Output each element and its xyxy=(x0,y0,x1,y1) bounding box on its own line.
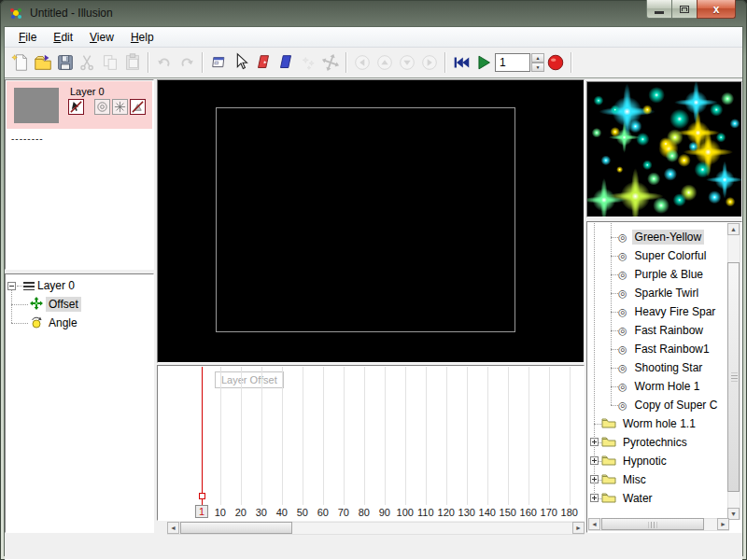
effect-item[interactable]: ◎Purple & Blue xyxy=(618,266,706,283)
frame-spin-up-button[interactable]: ▲ xyxy=(531,53,544,63)
tree-guide xyxy=(611,237,618,238)
effect-item[interactable]: ◎Fast Rainbow xyxy=(618,322,706,339)
tree-guide xyxy=(611,223,612,405)
effect-item[interactable]: ◎Heavy Fire Spar xyxy=(618,303,718,320)
effect-item-label: Fast Rainbow1 xyxy=(632,342,712,357)
timeline-gridline xyxy=(261,367,262,505)
menu-view[interactable]: View xyxy=(81,28,122,47)
nav-up-icon xyxy=(374,52,395,73)
emitter-red-button[interactable] xyxy=(252,51,275,74)
scroll-up-button[interactable]: ▲ xyxy=(727,223,740,235)
nav-left-button[interactable] xyxy=(351,51,374,74)
timeline-gridline xyxy=(323,367,324,505)
props-tree-item-angle[interactable]: Angle xyxy=(30,315,80,331)
scroll-left-button[interactable]: ◄ xyxy=(588,518,600,530)
effect-item[interactable]: ◎Copy of Super C xyxy=(618,397,720,413)
emitter-blue-button[interactable] xyxy=(275,51,297,74)
effect-folder[interactable]: Pyrotechnics xyxy=(601,434,690,451)
layer-target-button[interactable] xyxy=(94,99,110,115)
undo-button[interactable] xyxy=(153,51,176,74)
cut-button[interactable] xyxy=(77,51,99,74)
ruler-tick-80: 80 xyxy=(359,507,370,518)
timeline-gridline xyxy=(467,367,468,505)
folder-icon xyxy=(601,491,616,506)
menu-help[interactable]: Help xyxy=(122,28,162,47)
folder-icon xyxy=(601,454,616,469)
effect-folder[interactable]: Misc xyxy=(601,471,649,488)
timeline-scrollbar[interactable]: ◄► xyxy=(167,522,585,535)
open-button[interactable] xyxy=(32,51,54,74)
props-tree-root[interactable]: Layer 0 xyxy=(6,277,78,294)
save-button[interactable] xyxy=(54,51,77,74)
tree-guide xyxy=(594,424,601,425)
redo-icon xyxy=(176,52,197,73)
props-tree-item-offset[interactable]: Offset xyxy=(30,296,81,313)
title-bar[interactable]: Untitled - Illusion x xyxy=(0,0,747,26)
expand-box-icon[interactable] xyxy=(590,494,599,502)
sparkle-tool-button[interactable] xyxy=(297,51,319,74)
redo-button[interactable] xyxy=(176,51,198,74)
timeline-ruler[interactable]: 1102030405060708090100110120130140150160… xyxy=(159,505,585,521)
timeline-track-area[interactable]: Layer Offset xyxy=(159,367,585,505)
play-button[interactable] xyxy=(472,51,495,74)
paste-button[interactable] xyxy=(121,51,144,74)
effect-item[interactable]: ◎Worm Hole 1 xyxy=(618,378,702,395)
effect-folder[interactable]: Water xyxy=(601,490,655,507)
effect-item[interactable]: ◎Shooting Star xyxy=(618,359,705,376)
expand-box-icon[interactable] xyxy=(590,475,599,483)
minimize-button[interactable] xyxy=(646,0,672,19)
scroll-thumb-grip xyxy=(649,522,657,528)
nav-right-button[interactable] xyxy=(418,51,441,74)
effects-tree: ◎Green-Yellow◎Super Colorful◎Purple & Bl… xyxy=(588,223,729,520)
scroll-thumb[interactable] xyxy=(180,522,292,534)
layer-sparkle-button[interactable] xyxy=(112,99,128,115)
tree-guide xyxy=(611,256,618,257)
rewind-button[interactable] xyxy=(450,51,472,74)
scroll-right-button[interactable]: ► xyxy=(572,522,585,534)
expand-box-icon[interactable] xyxy=(590,456,599,465)
scroll-right-button[interactable]: ► xyxy=(717,518,729,530)
menu-edit[interactable]: Edit xyxy=(45,28,81,47)
toolbar-separator xyxy=(148,52,149,73)
effects-horizontal-scrollbar[interactable]: ◄► xyxy=(588,518,729,531)
maximize-button[interactable] xyxy=(671,0,698,19)
effects-vertical-scrollbar[interactable]: ▲▼ xyxy=(727,223,740,520)
effect-item[interactable]: ◎Green-Yellow xyxy=(618,229,704,245)
frame-spin-down-button[interactable]: ▼ xyxy=(531,63,544,72)
layer-render-off-button[interactable] xyxy=(130,99,146,115)
copy-button[interactable] xyxy=(99,51,121,74)
scroll-thumb[interactable] xyxy=(601,518,704,530)
nav-down-button[interactable] xyxy=(396,51,418,74)
timeline-gridline xyxy=(508,367,509,505)
playhead-handle[interactable] xyxy=(199,493,205,499)
nav-up-button[interactable] xyxy=(374,51,396,74)
layer-select-off-button[interactable] xyxy=(68,99,84,115)
effect-item[interactable]: ◎Super Colorful xyxy=(618,247,709,264)
menu-file[interactable]: File xyxy=(10,28,45,47)
minimize-icon xyxy=(655,11,664,14)
scroll-thumb[interactable] xyxy=(727,262,740,492)
properties-button[interactable] xyxy=(207,51,230,74)
close-icon: x xyxy=(713,3,720,16)
effect-icon: ◎ xyxy=(618,231,627,244)
scroll-left-button[interactable]: ◄ xyxy=(167,522,179,534)
record-button[interactable] xyxy=(544,51,567,74)
layers-panel: Layer 0 -------- xyxy=(5,79,154,270)
move-tool-button[interactable] xyxy=(319,51,342,74)
effect-folder[interactable]: Hypnotic xyxy=(601,453,669,469)
new-button[interactable] xyxy=(9,51,32,74)
close-button[interactable]: x xyxy=(697,0,736,19)
select-tool-button[interactable] xyxy=(230,51,252,74)
new-icon xyxy=(10,52,31,73)
collapse-box-icon[interactable] xyxy=(7,282,16,290)
stage-canvas[interactable] xyxy=(157,79,585,363)
effect-item[interactable]: ◎Sparkle Twirl xyxy=(618,285,701,301)
effect-folder[interactable]: Worm hole 1.1 xyxy=(601,415,698,432)
layer-list-item[interactable]: Layer 0 xyxy=(7,81,152,129)
record-icon xyxy=(545,52,566,73)
effect-item[interactable]: ◎Fast Rainbow1 xyxy=(618,341,712,357)
expand-box-icon[interactable] xyxy=(590,438,599,446)
ruler-tick-130: 130 xyxy=(458,507,475,518)
blue-panel-icon xyxy=(275,52,296,73)
frame-number-input[interactable] xyxy=(495,53,530,72)
